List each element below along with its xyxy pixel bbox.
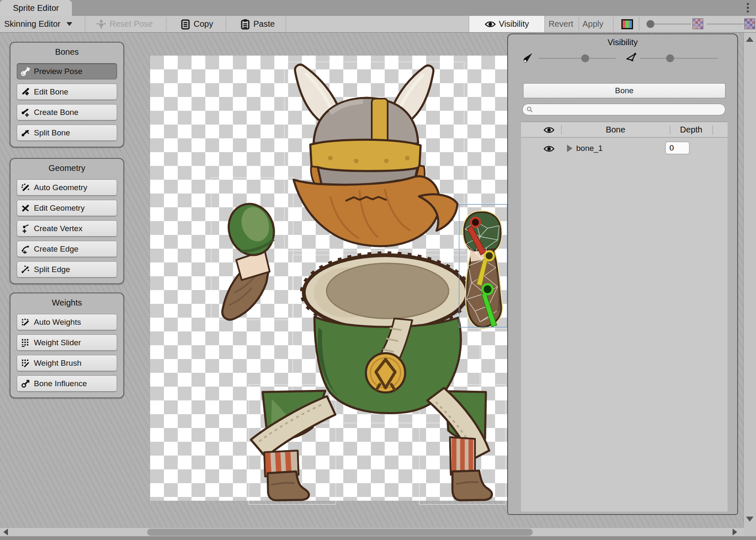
bone-category-label: Bone	[615, 86, 633, 95]
bone-opacity-knob[interactable]	[581, 54, 589, 62]
auto-geometry-label: Auto Geometry	[34, 183, 87, 192]
scroll-left-arrow[interactable]	[3, 529, 8, 535]
create-edge-button[interactable]: Create Edge	[17, 241, 117, 257]
search-field[interactable]	[522, 104, 725, 115]
red-stripe	[623, 20, 626, 28]
weight-slider-label: Weight Slider	[34, 338, 81, 347]
copy-button[interactable]: Copy	[180, 16, 213, 32]
create-bone-button[interactable]: Create Bone	[17, 104, 117, 120]
expander-triangle-icon[interactable]	[567, 145, 572, 152]
visibility-label: Visibility	[499, 19, 529, 29]
visibility-column-eye-icon[interactable]	[543, 126, 555, 134]
preview-pose-icon	[21, 67, 30, 76]
scroll-up-arrow[interactable]	[746, 37, 753, 42]
visibility-panel-title: Visibility	[508, 38, 737, 47]
bone-row[interactable]: bone_1	[521, 140, 728, 156]
preview-pose-label: Preview Pose	[34, 67, 82, 76]
bones-panel: Bones Preview Pose Edit Bone Creat	[10, 42, 124, 148]
search-icon	[526, 106, 533, 113]
split-bone-button[interactable]: Split Bone	[17, 125, 117, 141]
sprite-editor-window: Sprite Editor Skinning Editor Reset Pose	[0, 0, 756, 540]
horizontal-scrollbar[interactable]	[0, 527, 743, 536]
create-edge-icon	[21, 245, 30, 254]
weight-brush-button[interactable]: Weight Brush	[17, 355, 117, 371]
copy-icon	[180, 19, 190, 30]
geometry-panel-title: Geometry	[10, 163, 123, 173]
paste-icon	[240, 19, 250, 30]
checker-swatch-icon	[744, 18, 755, 29]
chevron-down-icon	[66, 22, 72, 26]
window-bottom-strip	[0, 536, 756, 540]
auto-geometry-button[interactable]: Auto Geometry	[17, 179, 117, 196]
bone-table-body	[521, 122, 728, 512]
mesh-opacity-knob[interactable]	[666, 54, 674, 62]
split-edge-button[interactable]: Split Edge	[17, 261, 117, 278]
sprite-alpha-knob[interactable]	[646, 20, 654, 28]
bone-opacity-icon	[522, 52, 535, 64]
reset-pose-button[interactable]: Reset Pose	[96, 16, 153, 32]
mode-dropdown-label: Skinning Editor	[4, 19, 61, 29]
create-vertex-icon	[21, 224, 30, 233]
bone-column-header: Bone	[606, 125, 626, 135]
vertical-scrollbar[interactable]	[743, 33, 756, 527]
apply-label: Apply	[582, 19, 603, 29]
blue-stripe	[629, 20, 632, 28]
auto-weights-icon	[21, 318, 30, 327]
weight-brush-label: Weight Brush	[34, 359, 82, 368]
create-bone-label: Create Bone	[34, 108, 79, 117]
weight-slider-button[interactable]: Weight Slider	[17, 334, 117, 351]
depth-input[interactable]	[665, 142, 690, 154]
depth-column-header: Depth	[680, 125, 702, 135]
bone-influence-button[interactable]: Bone Influence	[17, 375, 117, 392]
geometry-panel: Geometry Auto Geometry Edit Geometry	[10, 158, 124, 284]
paste-button[interactable]: Paste	[240, 16, 275, 32]
create-edge-label: Create Edge	[34, 245, 79, 254]
auto-weights-button[interactable]: Auto Weights	[17, 314, 117, 330]
sprite-editor-tab[interactable]: Sprite Editor	[0, 0, 72, 16]
edit-geometry-button[interactable]: Edit Geometry	[17, 200, 117, 216]
horizontal-scroll-thumb[interactable]	[147, 529, 533, 536]
preview-pose-button[interactable]: Preview Pose	[17, 63, 117, 79]
scroll-down-arrow[interactable]	[746, 517, 753, 522]
apply-button[interactable]: Apply	[582, 16, 603, 32]
mode-dropdown[interactable]: Skinning Editor	[4, 16, 72, 32]
toolbar-separator	[166, 17, 166, 31]
edit-geometry-label: Edit Geometry	[34, 204, 84, 213]
eye-icon	[485, 20, 496, 28]
revert-button[interactable]: Revert	[549, 16, 573, 32]
create-vertex-button[interactable]: Create Vertex	[17, 220, 117, 237]
weights-panel: Weights Auto Weights Weight Slider	[10, 293, 124, 398]
split-edge-icon	[21, 265, 30, 274]
tab-strip: Sprite Editor	[0, 0, 756, 16]
edit-bone-label: Edit Bone	[34, 87, 68, 97]
copy-label: Copy	[194, 19, 213, 29]
sprite-alpha-track[interactable]	[651, 23, 691, 25]
scrollbar-corner	[743, 527, 756, 536]
auto-weights-label: Auto Weights	[34, 318, 81, 327]
edit-bone-icon	[21, 87, 30, 97]
split-bone-label: Split Bone	[34, 128, 70, 138]
toolbar: Skinning Editor Reset Pose Copy	[0, 16, 756, 33]
toolbar-separator	[579, 17, 579, 31]
bone-row-label: bone_1	[576, 144, 603, 153]
weights-panel-title: Weights	[10, 298, 123, 308]
auto-geometry-icon	[21, 183, 30, 192]
bone-category-button[interactable]: Bone	[523, 83, 725, 98]
create-bone-icon	[21, 108, 30, 117]
edit-bone-button[interactable]: Edit Bone	[17, 84, 117, 100]
mesh-alpha-track[interactable]	[707, 23, 743, 25]
toolbar-separator	[226, 17, 226, 31]
column-separator	[713, 125, 713, 135]
weight-slider-icon	[21, 338, 30, 347]
row-eye-icon[interactable]	[543, 145, 555, 153]
toolbar-separator	[613, 17, 613, 31]
scroll-right-arrow[interactable]	[733, 529, 737, 535]
visibility-toggle[interactable]: Visibility	[469, 16, 545, 32]
mesh-opacity-track[interactable]	[640, 58, 718, 59]
bone-influence-label: Bone Influence	[34, 379, 87, 388]
kebab-menu-icon[interactable]	[746, 3, 749, 14]
bone-opacity-track[interactable]	[539, 58, 616, 59]
sprite-color-mode-button[interactable]	[621, 19, 633, 29]
search-input[interactable]	[536, 105, 715, 114]
paste-label: Paste	[253, 19, 275, 29]
